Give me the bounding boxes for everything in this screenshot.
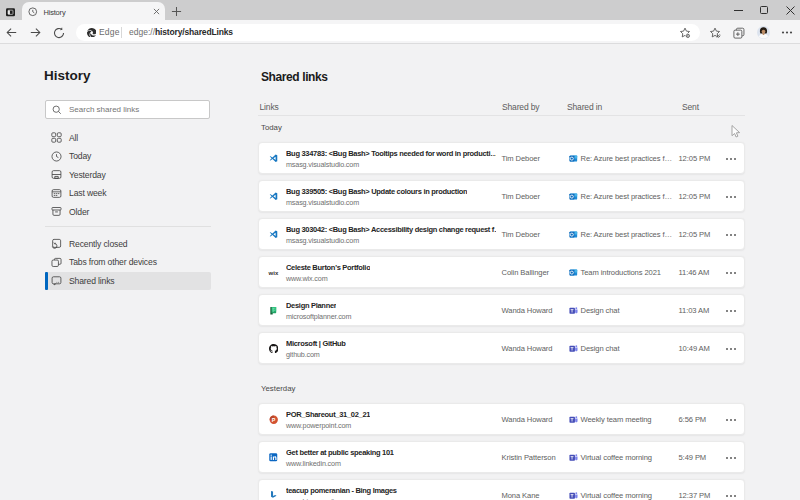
svg-text:P: P xyxy=(271,417,275,423)
